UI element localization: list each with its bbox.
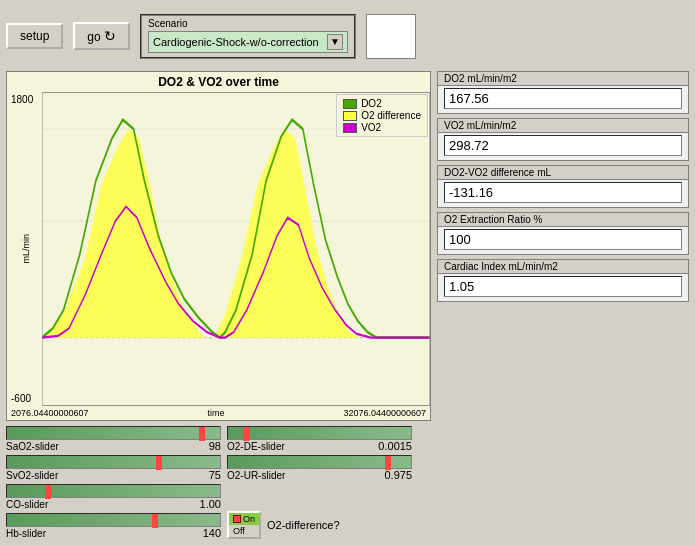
- chart-footer: 2076.04400000607 time 32076.04400000607: [7, 406, 430, 420]
- cardiac-value: 1.05: [444, 276, 682, 297]
- o2ur-slider[interactable]: [227, 455, 412, 469]
- o2ur-thumb: [385, 456, 391, 470]
- o2de-name: O2-DE-slider: [227, 441, 285, 452]
- o2de-slider-row: O2-DE-slider 0.0015: [227, 426, 412, 452]
- sliders-left: SaO2-slider 98 SvO2-slider 75 CO-sli: [6, 426, 221, 539]
- cardiac-label: Cardiac Index mL/min/m2: [438, 260, 688, 274]
- vo2-label: VO2 mL/min/m2: [438, 119, 688, 133]
- chart-content: 1800 mL/min -600: [7, 92, 430, 406]
- chart-legend: DO2 O2 difference VO2: [336, 94, 428, 137]
- vo2-color: [343, 123, 357, 133]
- vo2-value: 298.72: [444, 135, 682, 156]
- hb-thumb: [152, 514, 158, 528]
- chart-y-axis: 1800 mL/min -600: [7, 92, 42, 406]
- legend-vo2: VO2: [343, 122, 421, 133]
- co-label-row: CO-slider 1.00: [6, 498, 221, 510]
- go-button[interactable]: go ↻: [73, 22, 130, 50]
- y-label: mL/min: [21, 234, 31, 264]
- chart-title: DO2 & VO2 over time: [7, 72, 430, 92]
- dropdown-arrow-icon[interactable]: ▼: [327, 34, 343, 50]
- o2de-label-row: O2-DE-slider 0.0015: [227, 440, 412, 452]
- refresh-icon: ↻: [104, 28, 116, 44]
- toggle-off-label: Off: [233, 526, 245, 536]
- svo2-name: SvO2-slider: [6, 470, 58, 481]
- x-axis-label: time: [207, 408, 224, 418]
- chart-area: DO2 O2 difference VO2: [42, 92, 430, 406]
- do2-label: DO2 mL/min/m2: [438, 72, 688, 86]
- do2vo2diff-label: DO2-VO2 difference mL: [438, 166, 688, 180]
- top-bar: setup go ↻ Scenario Cardiogenic-Shock-w/…: [6, 6, 689, 66]
- x-max-label: 32076.04400000607: [343, 408, 426, 418]
- metric-vo2: VO2 mL/min/m2 298.72: [437, 118, 689, 161]
- sliders-right: O2-DE-slider 0.0015 O2-UR-slider 0.975: [227, 426, 412, 481]
- hb-slider-row: Hb-slider 140: [6, 513, 221, 539]
- do2-color: [343, 99, 357, 109]
- hb-name: Hb-slider: [6, 528, 46, 539]
- bottom-section: SaO2-slider 98 SvO2-slider 75 CO-sli: [6, 426, 689, 539]
- main-container: setup go ↻ Scenario Cardiogenic-Shock-w/…: [0, 0, 695, 545]
- go-label: go: [87, 30, 100, 44]
- chart-panel: DO2 & VO2 over time 1800 mL/min -600: [6, 71, 431, 421]
- hb-label-row: Hb-slider 140: [6, 527, 221, 539]
- co-slider[interactable]: [6, 484, 221, 498]
- svo2-value: 75: [209, 469, 221, 481]
- o2ratio-value: 100: [444, 229, 682, 250]
- y-max: 1800: [11, 94, 40, 105]
- o2de-thumb: [243, 427, 249, 441]
- legend-o2diff: O2 difference: [343, 110, 421, 121]
- sao2-slider-row: SaO2-slider 98: [6, 426, 221, 452]
- toggle-indicator: [233, 515, 241, 523]
- svo2-thumb: [156, 456, 162, 470]
- scenario-dropdown[interactable]: Cardiogenic-Shock-w/o-correction ▼: [148, 31, 348, 53]
- metric-cardiac: Cardiac Index mL/min/m2 1.05: [437, 259, 689, 302]
- do2-value: 167.56: [444, 88, 682, 109]
- co-slider-row: CO-slider 1.00: [6, 484, 221, 510]
- metric-do2: DO2 mL/min/m2 167.56: [437, 71, 689, 114]
- toggle-area: On Off O2-difference?: [227, 511, 412, 539]
- o2ratio-label: O2 Extraction Ratio %: [438, 213, 688, 227]
- o2diff-toggle[interactable]: On Off: [227, 511, 261, 539]
- legend-vo2-label: VO2: [361, 122, 381, 133]
- o2ur-value: 0.975: [384, 469, 412, 481]
- o2ur-slider-row: O2-UR-slider 0.975: [227, 455, 412, 481]
- sao2-thumb: [199, 427, 205, 441]
- sao2-label-row: SaO2-slider 98: [6, 440, 221, 452]
- x-min-label: 2076.04400000607: [11, 408, 89, 418]
- toggle-on: On: [229, 513, 259, 525]
- right-panel: DO2 mL/min/m2 167.56 VO2 mL/min/m2 298.7…: [437, 71, 689, 421]
- sao2-name: SaO2-slider: [6, 441, 59, 452]
- o2ur-label-row: O2-UR-slider 0.975: [227, 469, 412, 481]
- hb-value: 140: [203, 527, 221, 539]
- sao2-slider[interactable]: [6, 426, 221, 440]
- white-display-box: [366, 14, 416, 59]
- co-thumb: [45, 485, 51, 499]
- middle-section: DO2 & VO2 over time 1800 mL/min -600: [6, 71, 689, 421]
- metric-do2vo2diff: DO2-VO2 difference mL -131.16: [437, 165, 689, 208]
- metric-o2ratio: O2 Extraction Ratio % 100: [437, 212, 689, 255]
- scenario-label: Scenario: [148, 18, 348, 29]
- o2ur-name: O2-UR-slider: [227, 470, 285, 481]
- chart-svg: [42, 92, 430, 406]
- legend-o2diff-label: O2 difference: [361, 110, 421, 121]
- right-controls: O2-DE-slider 0.0015 O2-UR-slider 0.975: [227, 426, 412, 539]
- setup-button[interactable]: setup: [6, 23, 63, 49]
- y-min: -600: [11, 393, 40, 404]
- co-name: CO-slider: [6, 499, 48, 510]
- scenario-group: Scenario Cardiogenic-Shock-w/o-correctio…: [140, 14, 356, 59]
- legend-do2: DO2: [343, 98, 421, 109]
- toggle-off: Off: [229, 525, 259, 537]
- svo2-slider[interactable]: [6, 455, 221, 469]
- do2vo2diff-value: -131.16: [444, 182, 682, 203]
- o2diff-label: O2-difference?: [267, 519, 340, 531]
- co-value: 1.00: [200, 498, 221, 510]
- hb-slider[interactable]: [6, 513, 221, 527]
- legend-do2-label: DO2: [361, 98, 382, 109]
- o2de-value: 0.0015: [378, 440, 412, 452]
- o2de-slider[interactable]: [227, 426, 412, 440]
- sao2-value: 98: [209, 440, 221, 452]
- toggle-on-label: On: [243, 514, 255, 524]
- svo2-label-row: SvO2-slider 75: [6, 469, 221, 481]
- o2diff-color: [343, 111, 357, 121]
- scenario-value: Cardiogenic-Shock-w/o-correction: [153, 36, 319, 48]
- svo2-slider-row: SvO2-slider 75: [6, 455, 221, 481]
